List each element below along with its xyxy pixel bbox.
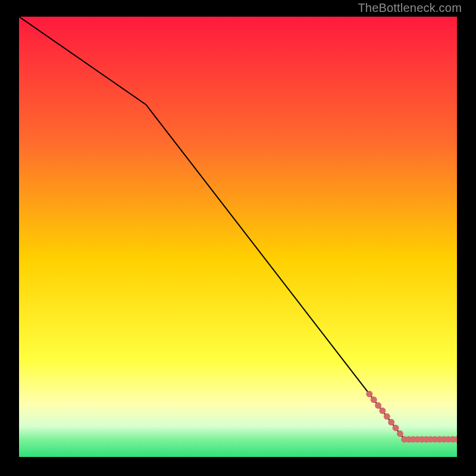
plot-svg	[19, 17, 457, 457]
data-point	[375, 402, 381, 409]
gradient-background	[19, 17, 457, 457]
data-point	[371, 396, 377, 403]
data-point	[397, 430, 403, 437]
plot-area	[19, 17, 457, 457]
data-point	[392, 425, 399, 431]
data-point	[388, 419, 394, 425]
attribution-label: TheBottleneck.com	[358, 1, 462, 15]
chart-frame: TheBottleneck.com	[0, 0, 476, 476]
data-point	[366, 391, 372, 397]
data-point	[379, 408, 386, 414]
data-point	[384, 413, 390, 419]
